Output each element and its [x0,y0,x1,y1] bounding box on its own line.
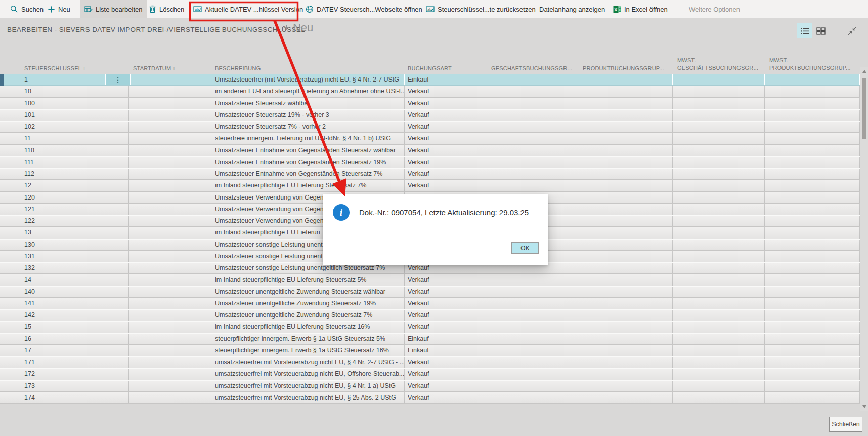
cell-produktbuchungsgrup[interactable] [579,263,673,273]
cell-geschaeftsbuchungsgr[interactable] [488,381,579,391]
cell-startdatum[interactable] [129,381,212,391]
list-view-button[interactable] [797,23,812,38]
cell-beschreibung[interactable]: Umsatzsteuer unentgeltliche Zuwendung St… [212,310,405,321]
cell-produktbuchungsgrup[interactable] [579,216,673,226]
cell-mwst-geschaeftsbuchungsgr[interactable] [673,240,765,250]
table-row[interactable]: 16 steuerpflichtiger innergem. Erwerb § … [0,333,860,345]
more-options-button[interactable]: Weitere Optionen [689,0,740,18]
cell-buchungsart[interactable]: Verkauf [405,133,488,144]
table-row[interactable]: 140 Umsatzsteuer unentgeltliche Zuwendun… [0,286,860,298]
cell-mwst-geschaeftsbuchungsgr[interactable] [673,110,765,121]
cell-steuerschluessel[interactable]: 16 [19,334,129,344]
cell-buchungsart[interactable]: Verkauf [405,145,488,156]
cell-mwst-geschaeftsbuchungsgr[interactable] [673,251,765,262]
cell-geschaeftsbuchungsgr[interactable] [488,298,579,309]
column-header-steuerschluessel[interactable]: STEUERSCHLÜSSEL ↑ [24,65,85,71]
cell-produktbuchungsgrup[interactable] [579,98,673,109]
cell-produktbuchungsgrup[interactable] [579,310,673,321]
cell-geschaeftsbuchungsgr[interactable] [488,345,579,356]
cell-mwst-produktbuchungsgrup[interactable] [765,392,860,403]
datev-website-button[interactable]: DATEV Steuersch...Webseite öffnen [306,0,422,18]
table-row[interactable]: 111 Umsatzsteuer Entnahme von Gegenständ… [0,156,860,168]
cell-startdatum[interactable] [129,298,212,309]
cell-beschreibung[interactable]: Umsatzsteuer Entnahme von Gegenständen S… [212,145,405,156]
cell-steuerschluessel[interactable]: 121 [19,204,129,215]
cell-geschaeftsbuchungsgr[interactable] [488,122,579,132]
vertical-scrollbar[interactable] [860,67,868,411]
cell-geschaeftsbuchungsgr[interactable] [488,274,579,285]
cell-mwst-geschaeftsbuchungsgr[interactable] [673,133,765,144]
cell-buchungsart[interactable]: Verkauf [405,369,488,379]
cell-startdatum[interactable] [129,122,212,132]
cell-steuerschluessel[interactable]: 172 [19,369,129,379]
cell-buchungsart[interactable]: Verkauf [405,287,488,297]
cell-startdatum[interactable] [129,145,212,156]
table-row[interactable]: 100 Umsatzsteuer Steuersatz wählbar Verk… [0,98,860,109]
cell-mwst-geschaeftsbuchungsgr[interactable] [673,216,765,226]
cell-beschreibung[interactable]: Umsatzsteuer Steuersatz 7% - vorher 2 [212,122,405,132]
cell-steuerschluessel[interactable]: 112 [19,169,129,179]
cell-mwst-produktbuchungsgrup[interactable] [765,157,860,168]
cell-startdatum[interactable] [129,322,212,332]
cell-beschreibung[interactable]: Umsatzsteuer Entnahme von Gegenständen S… [212,157,405,168]
open-excel-button[interactable]: X In Excel öffnen [613,0,668,18]
cell-mwst-geschaeftsbuchungsgr[interactable] [673,298,765,309]
table-row[interactable]: 141 Umsatzsteuer unentgeltliche Zuwendun… [0,298,860,309]
table-row[interactable]: 17 steuerpflichtiger innergem. Erwerb § … [0,345,860,356]
cell-steuerschluessel[interactable]: 12 [19,180,129,191]
cell-startdatum[interactable] [129,180,212,191]
cell-produktbuchungsgrup[interactable] [579,251,673,262]
cell-startdatum[interactable] [129,204,212,215]
cell-mwst-produktbuchungsgrup[interactable] [765,145,860,156]
cell-geschaeftsbuchungsgr[interactable] [488,322,579,332]
cell-mwst-geschaeftsbuchungsgr[interactable] [673,357,765,368]
cell-mwst-produktbuchungsgrup[interactable] [765,298,860,309]
cell-mwst-geschaeftsbuchungsgr[interactable] [673,322,765,332]
cell-buchungsart[interactable]: Einkauf [405,334,488,344]
cell-mwst-produktbuchungsgrup[interactable] [765,192,860,203]
cell-steuerschluessel[interactable]: 100 [19,98,129,109]
cell-startdatum[interactable] [129,345,212,356]
cell-mwst-produktbuchungsgrup[interactable] [765,322,860,332]
cell-produktbuchungsgrup[interactable] [579,240,673,250]
table-row[interactable]: 15 im Inland steuerpflichtige EU Lieferu… [0,321,860,333]
cell-geschaeftsbuchungsgr[interactable] [488,287,579,297]
cell-startdatum[interactable] [129,240,212,250]
cell-geschaeftsbuchungsgr[interactable] [488,86,579,97]
cell-mwst-geschaeftsbuchungsgr[interactable] [673,169,765,179]
cell-startdatum[interactable] [129,169,212,179]
cell-steuerschluessel[interactable]: 17 [19,345,129,356]
cell-startdatum[interactable] [129,274,212,285]
cell-startdatum[interactable] [129,263,212,273]
cell-steuerschluessel[interactable]: 13 [19,227,129,238]
cell-steuerschluessel[interactable]: 122 [19,216,129,226]
cell-mwst-produktbuchungsgrup[interactable] [765,240,860,250]
cell-mwst-produktbuchungsgrup[interactable] [765,122,860,132]
cell-produktbuchungsgrup[interactable] [579,169,673,179]
table-row[interactable]: 171 umsatzsteuerfrei mit Vorsteuerabzug … [0,356,860,368]
cell-buchungsart[interactable]: Verkauf [405,86,488,97]
table-row[interactable]: 110 Umsatzsteuer Entnahme von Gegenständ… [0,145,860,156]
cell-produktbuchungsgrup[interactable] [579,274,673,285]
cell-produktbuchungsgrup[interactable] [579,345,673,356]
cell-mwst-produktbuchungsgrup[interactable] [765,133,860,144]
cell-mwst-produktbuchungsgrup[interactable] [765,180,860,191]
column-header-geschaeftsbuchungsgr[interactable]: GESCHÄFTSBUCHUNGSGR... [491,65,572,71]
cell-mwst-geschaeftsbuchungsgr[interactable] [673,345,765,356]
ok-button[interactable]: OK [511,242,539,254]
cell-mwst-produktbuchungsgrup[interactable] [765,287,860,297]
cell-geschaeftsbuchungsgr[interactable] [488,74,579,85]
cell-mwst-produktbuchungsgrup[interactable] [765,216,860,226]
cell-startdatum[interactable] [129,287,212,297]
cell-buchungsart[interactable]: Verkauf [405,169,488,179]
cell-mwst-geschaeftsbuchungsgr[interactable] [673,227,765,238]
attachment-button[interactable]: Dateianhang anzeigen [539,0,605,18]
cell-startdatum[interactable] [129,357,212,368]
table-row[interactable]: 14 im Inland steuerpflichtige EU Lieferu… [0,274,860,286]
cell-geschaeftsbuchungsgr[interactable] [488,369,579,379]
table-row[interactable]: 102 Umsatzsteuer Steuersatz 7% - vorher … [0,121,860,133]
cell-startdatum[interactable] [129,74,212,85]
cell-steuerschluessel[interactable]: 10 [19,86,129,97]
cell-produktbuchungsgrup[interactable] [579,369,673,379]
cell-mwst-geschaeftsbuchungsgr[interactable] [673,192,765,203]
